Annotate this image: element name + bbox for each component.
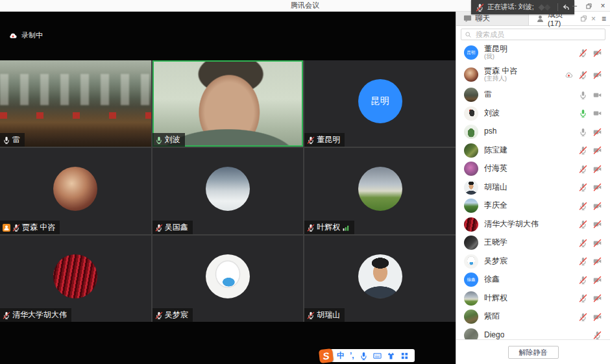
toolbox-icon[interactable] <box>400 352 409 360</box>
member-row[interactable]: 昆明董昆明(我) <box>456 42 610 64</box>
member-row[interactable]: 贾森 中咨(主持人) <box>456 64 610 86</box>
member-row[interactable]: 陈宝建 <box>456 141 610 160</box>
member-name: 雷 <box>484 90 492 99</box>
member-row[interactable]: 吴梦宸 <box>456 252 610 271</box>
member-row[interactable]: 叶辉权 <box>456 289 610 308</box>
mic-icon <box>579 128 587 136</box>
restore-icon <box>586 3 592 9</box>
popout-panel-icon[interactable] <box>580 15 587 22</box>
window-controls: × <box>567 0 610 12</box>
close-button[interactable]: × <box>596 0 610 12</box>
member-row[interactable]: 李庆全 <box>456 197 610 215</box>
member-name: 陈宝建 <box>484 146 507 155</box>
member-name: 付海英 <box>484 164 507 173</box>
video-tile[interactable]: 贾森 中咨 <box>0 148 151 234</box>
unmute-button[interactable]: 解除静音 <box>508 346 559 359</box>
participant-avatar <box>358 254 402 298</box>
member-row[interactable]: Diego <box>456 326 610 340</box>
search-input[interactable] <box>474 30 602 39</box>
video-tile[interactable]: 叶辉权 <box>304 148 456 234</box>
member-status-icons[interactable] <box>579 49 602 57</box>
mic-muted-icon <box>593 331 602 339</box>
panel-footer: 解除静音 <box>456 339 610 364</box>
member-row[interactable]: 清华大学胡大伟 <box>456 215 610 234</box>
camera-off-icon <box>593 71 602 79</box>
maximize-button[interactable] <box>581 0 596 12</box>
member-status-icons[interactable] <box>579 313 602 321</box>
mic-muted-icon <box>579 276 587 284</box>
search-box[interactable] <box>461 29 605 40</box>
member-name: 王晓学 <box>484 238 507 247</box>
member-status-icons[interactable] <box>579 257 602 265</box>
active-speaker-toast[interactable]: 正在讲话: 刘波; <box>471 0 574 14</box>
member-status-icons[interactable] <box>579 146 602 154</box>
member-row[interactable]: 徐鑫徐鑫 <box>456 271 610 289</box>
menu-icon[interactable]: ≡ <box>602 14 606 23</box>
member-role: (主持人) <box>484 75 517 82</box>
chinese-mode-icon[interactable]: 中 <box>337 352 345 359</box>
video-tile[interactable]: 胡瑞山 <box>304 236 456 322</box>
member-status-icons[interactable] <box>565 71 602 79</box>
participant-name-label: 吴国鑫 <box>152 221 193 234</box>
participant-name-label: 吴梦宸 <box>152 308 193 322</box>
member-status-icons[interactable] <box>579 202 602 210</box>
video-tile[interactable]: 雷 <box>0 60 151 147</box>
member-status-icons[interactable] <box>579 183 602 191</box>
member-row[interactable]: 胡瑞山 <box>456 178 610 197</box>
mic-muted-icon <box>579 71 587 79</box>
video-tile[interactable]: 清华大学胡大伟 <box>0 236 151 322</box>
member-row[interactable]: psh <box>456 123 610 141</box>
member-status-icons[interactable] <box>579 239 602 247</box>
member-name: 贾森 中咨 <box>484 67 517 76</box>
participant-name: 胡瑞山 <box>317 309 340 321</box>
member-row[interactable]: 雷 <box>456 86 610 104</box>
member-status-icons[interactable] <box>579 220 602 228</box>
video-stage: 录制中 雷刘波昆明董昆明贾森 中咨吴国鑫叶辉权清华大学胡大伟吴梦宸胡瑞山 S 中… <box>0 12 456 364</box>
member-row[interactable]: 付海英 <box>456 160 610 178</box>
avatar-initials: 昆明 <box>371 95 390 106</box>
mic-muted-icon <box>579 313 587 321</box>
camera-off-icon <box>593 183 602 191</box>
search-icon <box>465 31 472 38</box>
sogou-logo-icon[interactable]: S <box>319 348 334 363</box>
member-name: 胡瑞山 <box>484 183 507 192</box>
close-panel-icon[interactable]: × <box>591 15 596 23</box>
member-avatar: 徐鑫 <box>464 273 478 287</box>
member-status-icons[interactable] <box>579 109 602 117</box>
voice-input-icon[interactable] <box>360 352 368 360</box>
minimize-button[interactable] <box>567 0 581 12</box>
member-status-icons[interactable] <box>579 165 602 173</box>
members-panel: 聊天 成员(17) × ≡ 昆明董昆明(我)贾森 中咨(主持人)雷刘波psh陈 <box>456 12 610 364</box>
speaking-label: 正在讲话: 刘波; <box>487 3 534 12</box>
skin-icon[interactable] <box>387 352 395 360</box>
virtual-keyboard-icon[interactable] <box>373 352 382 360</box>
member-status-icons[interactable] <box>579 294 602 302</box>
member-avatar <box>464 328 478 339</box>
video-tile[interactable]: 昆明董昆明 <box>304 60 456 147</box>
member-avatar <box>464 199 478 213</box>
search-area <box>456 26 610 42</box>
member-row[interactable]: 刘波 <box>456 104 610 123</box>
punctuation-icon[interactable]: ’, <box>350 352 354 359</box>
member-avatar <box>464 236 478 250</box>
video-tile[interactable]: 吴国鑫 <box>152 148 304 234</box>
video-tile[interactable]: 吴梦宸 <box>152 236 304 322</box>
camera-off-icon <box>593 220 602 228</box>
member-status-icons[interactable] <box>579 128 602 136</box>
participant-avatar: 昆明 <box>358 79 402 123</box>
member-row[interactable]: 紫陌 <box>456 308 610 326</box>
member-status-icons[interactable] <box>579 276 602 284</box>
member-status-icons[interactable] <box>593 331 602 339</box>
mic-muted-icon <box>579 165 587 173</box>
recording-indicator: 录制中 <box>8 30 43 40</box>
cloud-recording-icon <box>8 31 18 40</box>
member-status-icons[interactable] <box>579 91 602 99</box>
ime-tray: 中 ’, <box>330 349 415 362</box>
minimize-icon <box>572 3 578 9</box>
sogou-ime-bar: S 中 ’, <box>319 348 415 363</box>
video-tile[interactable]: 刘波 <box>152 60 304 147</box>
member-row[interactable]: 王晓学 <box>456 234 610 252</box>
camera-off-icon <box>593 257 602 265</box>
member-name: 刘波 <box>484 109 500 118</box>
mic-icon <box>3 136 10 144</box>
